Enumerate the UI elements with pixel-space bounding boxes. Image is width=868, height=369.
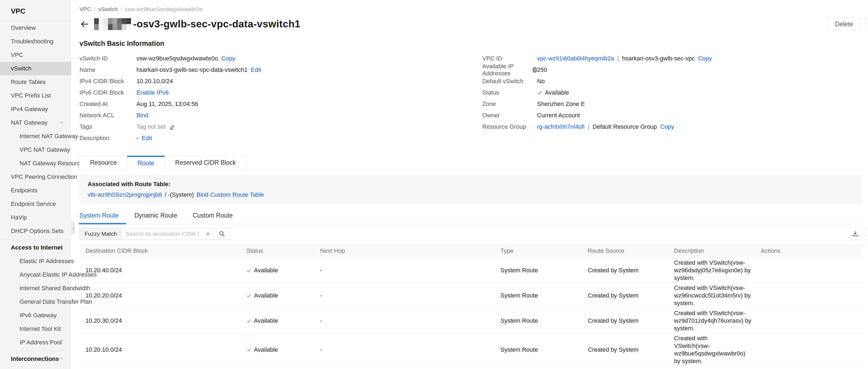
associated-route-table-box: Associated with Route Table: vtb-wz9h03i… bbox=[80, 175, 863, 204]
delete-button[interactable]: Delete bbox=[827, 18, 862, 30]
search-input[interactable] bbox=[122, 228, 203, 239]
sidebar-item-vswitch[interactable]: vSwitch bbox=[0, 62, 71, 75]
table-actions bbox=[849, 228, 868, 240]
chevron-up-icon bbox=[59, 356, 64, 362]
vpc-console-page: VPC Overview Troubleshooting VPC vSwitch… bbox=[0, 0, 868, 369]
sidebar-item-troubleshooting[interactable]: Troubleshooting bbox=[0, 35, 71, 48]
sidebar-item-anycast-elastic-ip-addresses[interactable]: Anycast Elastic IP Addresses bbox=[0, 268, 71, 281]
info-row-default-vswitch: Default vSwitch No bbox=[482, 76, 868, 87]
field-label: Tags bbox=[80, 123, 136, 130]
copy-link[interactable]: Copy bbox=[698, 55, 712, 62]
sidebar-item-general-data-transfer-plan[interactable]: General Data Transfer Plan bbox=[0, 295, 71, 309]
sidebar-item-havip[interactable]: HaVip bbox=[0, 211, 71, 224]
search-mode-selector[interactable]: Fuzzy Match bbox=[80, 228, 122, 239]
basic-info-left-column: vSwitch ID vsw-wz9bue5qsdwgxlwawbr0oCopy… bbox=[80, 53, 482, 144]
basic-info-title: vSwitch Basic Information bbox=[80, 39, 868, 47]
cell-description: Created with VSwitch(vsw-wz96ncwcdc5l1ot… bbox=[674, 284, 761, 307]
column-header-actions: Actions bbox=[761, 247, 863, 255]
sidebar-item-label: Internet NAT Gateway bbox=[20, 133, 78, 139]
tab-resource[interactable]: Resource bbox=[80, 156, 127, 169]
sidebar-item-internet-shared-bandwidth[interactable]: Internet Shared Bandwidth bbox=[0, 281, 71, 295]
sidebar-item-ipv4-gateway[interactable]: IPv4 Gateway bbox=[0, 102, 71, 116]
cell-status: Available bbox=[254, 292, 278, 299]
sidebar-item-route-tables[interactable]: Route Tables bbox=[0, 75, 71, 89]
sidebar-divider bbox=[0, 350, 71, 351]
copy-link[interactable]: Copy bbox=[221, 55, 235, 62]
check-icon bbox=[537, 90, 542, 95]
name-value: hsarkari-osv3-gwlb-sec-vpc-data-vswitch1 bbox=[136, 66, 248, 73]
info-row-owner: Owner Current Account bbox=[482, 110, 868, 121]
zone-value: Shenzhen Zone E bbox=[537, 101, 585, 107]
sidebar-item-label: IP Address Pool bbox=[20, 339, 62, 346]
field-label: IPv4 CIDR Block bbox=[80, 78, 136, 85]
sidebar-item-ip-address-pool[interactable]: IP Address Pool bbox=[0, 336, 71, 349]
sidebar-item-vpc[interactable]: VPC bbox=[0, 48, 71, 62]
bind-acl-link[interactable]: Bind bbox=[136, 112, 148, 119]
sidebar-item-vpc-nat-gateway[interactable]: VPC NAT Gateway bbox=[0, 143, 71, 157]
check-icon bbox=[246, 318, 251, 324]
cell-route-source: Created by System bbox=[588, 346, 674, 353]
route-table-id-link[interactable]: vtb-wz9h03izn2pmgrojpnjb8 bbox=[88, 191, 162, 198]
sidebar-item-access-to-internet[interactable]: Access to Internet bbox=[0, 241, 71, 255]
subtab-system-route[interactable]: System Route bbox=[80, 212, 119, 224]
breadcrumb-vswitch[interactable]: vSwitch bbox=[98, 6, 118, 12]
field-label: Available IP Addresses bbox=[482, 63, 530, 77]
refresh-table-button[interactable] bbox=[865, 228, 868, 240]
table-row: 10.20.10.0/24 Available - System Route C… bbox=[80, 334, 863, 366]
copy-link[interactable]: Copy bbox=[660, 123, 674, 130]
cell-next-hop: - bbox=[320, 292, 500, 299]
sidebar-item-vpc-prefix-list[interactable]: VPC Prefix List bbox=[0, 89, 71, 102]
sidebar-item-ipv6-gateway[interactable]: IPv6 Gateway bbox=[0, 309, 71, 322]
info-row-resource-group: Resource Group rg-acfntxhh7nl4ofi|Defaul… bbox=[482, 121, 868, 132]
subtab-dynamic-route[interactable]: Dynamic Route bbox=[134, 212, 177, 224]
sidebar-item-label: Access to Internet bbox=[11, 244, 63, 251]
clear-search-icon[interactable]: × bbox=[203, 228, 213, 239]
tab-reserved-cidr-block[interactable]: Reserved CIDR Block bbox=[165, 156, 247, 169]
sidebar-item-nat-gateway[interactable]: NAT Gateway bbox=[0, 116, 71, 130]
bind-custom-route-table-link[interactable]: Bind Custom Route Table bbox=[197, 191, 264, 198]
route-table-suffix: / -(System) bbox=[165, 191, 194, 198]
cell-cidr: 10.20.40.0/24 bbox=[86, 267, 246, 274]
sidebar-item-label: IPv4 Gateway bbox=[11, 106, 48, 112]
sidebar: VPC Overview Troubleshooting VPC vSwitch… bbox=[0, 0, 71, 369]
edit-description-link[interactable]: Edit bbox=[142, 135, 152, 142]
sidebar-item-vpc-peering-connection[interactable]: VPC Peering Connection bbox=[0, 170, 71, 184]
edit-link[interactable]: Edit bbox=[251, 66, 261, 73]
main-content: VPC/vSwitch/vsw-wz9bue5qsdwgxlwawbr0o -o… bbox=[71, 0, 868, 369]
search-button[interactable] bbox=[213, 228, 230, 239]
download-icon bbox=[852, 230, 859, 237]
info-row-tags: Tags Tag not set bbox=[80, 121, 482, 132]
breadcrumb-current: vsw-wz9bue5qsdwgxlwawbr0o bbox=[125, 6, 203, 12]
redacted-title-block bbox=[94, 18, 131, 30]
enable-ipv6-link[interactable]: Enable IPv6 bbox=[136, 89, 169, 96]
cell-type: System Route bbox=[500, 267, 588, 274]
refresh-button[interactable] bbox=[865, 18, 868, 30]
sidebar-item-label: Endpoints bbox=[11, 187, 37, 194]
subtab-custom-route[interactable]: Custom Route bbox=[193, 212, 233, 224]
sidebar-item-internet-tool-kit[interactable]: Internet Tool Kit bbox=[0, 322, 71, 336]
edit-tags-icon[interactable] bbox=[169, 124, 176, 130]
tab-route[interactable]: Route bbox=[127, 156, 165, 169]
sidebar-item-overview[interactable]: Overview bbox=[0, 21, 71, 35]
sidebar-item-endpoints[interactable]: Endpoints bbox=[0, 184, 71, 197]
sidebar-item-nat-gateway-resource-plan[interactable]: NAT Gateway Resource Plan bbox=[0, 157, 71, 170]
sidebar-item-endpoint-service[interactable]: Endpoint Service bbox=[0, 197, 71, 211]
sidebar-item-internet-nat-gateway[interactable]: Internet NAT Gateway bbox=[0, 130, 71, 143]
sidebar-item-interconnections[interactable]: Interconnections bbox=[0, 352, 71, 366]
basic-info-right-column: VPC ID vpc-wz91i60ab6l4hyeqmib2a|hsarkar… bbox=[482, 53, 868, 144]
help-icon[interactable]: ? bbox=[532, 67, 537, 73]
resource-group-link[interactable]: rg-acfntxhh7nl4ofi bbox=[537, 123, 585, 130]
sidebar-item-dhcp-options-sets[interactable]: DHCP Options Sets bbox=[0, 224, 71, 238]
basic-info-grid: vSwitch ID vsw-wz9bue5qsdwgxlwawbr0oCopy… bbox=[80, 53, 868, 144]
column-header-status: Status bbox=[246, 247, 320, 255]
created-at-value: Aug 11, 2025, 13:04:56 bbox=[136, 101, 198, 107]
info-row-ipv6-cidr: IPv6 CIDR Block Enable IPv6 bbox=[80, 87, 482, 98]
download-button[interactable] bbox=[849, 228, 862, 240]
back-arrow-icon[interactable] bbox=[80, 19, 89, 29]
sidebar-item-elastic-ip-addresses[interactable]: Elastic IP Addresses bbox=[0, 255, 71, 268]
cell-status: Available bbox=[254, 267, 278, 274]
breadcrumb-vpc[interactable]: VPC bbox=[80, 6, 91, 12]
vpc-id-link[interactable]: vpc-wz91i60ab6l4hyeqmib2a bbox=[537, 55, 614, 62]
route-subtabs: System Route Dynamic Route Custom Route bbox=[80, 212, 863, 224]
associated-route-table-label: Associated with Route Table: bbox=[88, 181, 855, 188]
